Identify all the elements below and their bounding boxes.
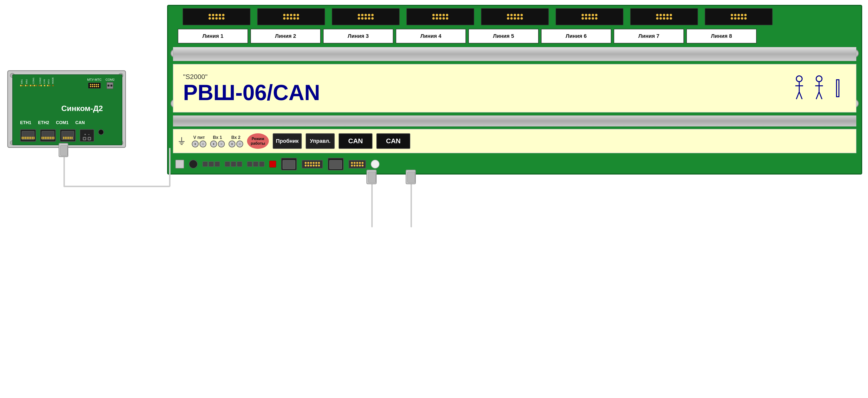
can-terminals	[83, 137, 91, 140]
sinkom-title: Синком-Д2	[61, 104, 103, 113]
top-conn-2[interactable]	[257, 8, 325, 25]
led-mode	[52, 85, 54, 86]
svg-line-3	[796, 92, 799, 99]
white-circle-port	[371, 160, 379, 168]
led-label-eth1: Eth1	[21, 79, 23, 84]
line-label-1: Линия 1	[178, 29, 248, 44]
port-eth2[interactable]	[40, 129, 56, 142]
rvsh-idc-2[interactable]	[348, 160, 366, 168]
vpit-block: V пит + −	[192, 135, 206, 147]
triple-port-2	[225, 162, 242, 167]
led-label-com1: COM1	[32, 78, 35, 84]
vpit-plus[interactable]: +	[192, 141, 198, 147]
top-conn-1[interactable]	[183, 8, 250, 25]
sinkom-device: Eth1 Eth2 COM1	[7, 70, 126, 148]
sinkom-port-labels: ETH1 ETH2 COM1 CAN	[20, 120, 85, 125]
port-label-can: CAN	[75, 120, 85, 125]
line-label-7: Линия 7	[614, 29, 684, 44]
cable-plug-sinkom	[59, 143, 68, 157]
cable-plug-rvsh-right	[406, 170, 416, 184]
svg-line-8	[816, 92, 819, 99]
top-conn-6[interactable]	[556, 8, 623, 25]
line-label-5: Линия 5	[468, 29, 538, 44]
port-can[interactable]: +−	[80, 129, 94, 142]
led-eth1-tx	[20, 85, 22, 86]
led-mtu-rx	[49, 85, 51, 86]
port-label-eth1: ETH1	[20, 120, 31, 125]
rvsh-top-connectors	[183, 8, 773, 25]
cable-sinkom-right-vertical	[169, 148, 170, 187]
svg-point-0	[796, 76, 802, 82]
led-label-eth2: Eth2	[26, 79, 28, 84]
rvsh-device: Линия 1 Линия 2 Линия 3 Линия 4 Линия 5 …	[167, 5, 862, 174]
led-com1-c	[34, 85, 35, 86]
svg-point-5	[816, 76, 822, 82]
probnik-button[interactable]: Пробник	[273, 133, 302, 149]
led-label-can: CAN	[43, 79, 45, 84]
bx2-minus[interactable]: −	[237, 141, 243, 147]
rvsh-port-row	[173, 155, 857, 173]
top-conn-5[interactable]	[481, 8, 549, 25]
terminal-com2	[106, 82, 113, 89]
mode-button[interactable]: Режим работы	[247, 133, 269, 149]
led-com2-a	[38, 85, 40, 86]
can1-button[interactable]: CAN	[339, 133, 372, 149]
rvsh-bottom-controls: V пит + − Вх 1 + − Вх 2 + − Режим работы	[173, 129, 857, 153]
led-group-eth1: Eth1	[20, 79, 24, 86]
person-icon-1	[795, 75, 811, 102]
top-conn-3[interactable]	[332, 8, 400, 25]
rvsh-model-series: "S2000"	[183, 73, 856, 81]
sinkom-leds: Eth1 Eth2 COM1	[20, 77, 54, 86]
red-indicator	[269, 161, 276, 168]
rvsh-lower-strip	[173, 115, 857, 126]
rvsh-label-area: "S2000" РВШ-06/CAN	[173, 64, 857, 112]
top-conn-8[interactable]	[705, 8, 773, 25]
bx1-minus[interactable]: −	[218, 141, 225, 147]
svg-rect-10	[837, 80, 839, 97]
rvsh-rj45-2[interactable]	[328, 158, 344, 170]
led-group-com1: COM1	[30, 78, 37, 86]
led-com2-b	[40, 85, 42, 86]
triple-port-3	[247, 162, 265, 167]
led-group-mode: MODE	[52, 77, 54, 86]
led-group-com2: COM2	[38, 78, 42, 86]
rvsh-rj45-1[interactable]	[281, 158, 297, 170]
led-com1-b	[32, 85, 33, 86]
sinkom-ports: +−	[20, 129, 104, 142]
bx2-block: Вх 2 + −	[228, 135, 243, 147]
can2-button[interactable]: CAN	[376, 133, 410, 149]
upravl-button[interactable]: Управл.	[306, 133, 335, 149]
port-com1[interactable]	[60, 129, 76, 142]
sinkom-pcb: Eth1 Eth2 COM1	[12, 75, 122, 145]
bx1-plus[interactable]: +	[210, 141, 217, 147]
port-eth1[interactable]	[20, 129, 36, 142]
cable-sinkom-horizontal	[63, 186, 170, 187]
vpit-minus[interactable]: −	[199, 141, 206, 147]
com2-label: COM2	[105, 78, 115, 81]
bx1-terminals: + −	[210, 141, 225, 147]
led-group-mtu: MTU	[47, 79, 51, 87]
circle-port-1[interactable]	[189, 160, 197, 168]
led-label-mtu: MTU	[48, 79, 50, 84]
led-com1-a	[30, 85, 31, 86]
person-icons	[795, 75, 841, 102]
led-com1-d	[36, 85, 37, 86]
idc-connector	[88, 83, 101, 88]
line-label-8: Линия 8	[686, 29, 756, 44]
led-mtu-tx	[47, 85, 49, 86]
rvsh-line-labels: Линия 1 Линия 2 Линия 3 Линия 4 Линия 5 …	[178, 29, 756, 44]
svg-line-9	[819, 92, 822, 99]
triple-port-1	[203, 162, 220, 167]
sinkom-button[interactable]	[98, 129, 104, 135]
cable-plug-rvsh-left	[366, 170, 377, 184]
can-plus-minus: +−	[84, 133, 90, 136]
bx1-label: Вх 1	[213, 135, 222, 140]
ground-plate	[175, 160, 184, 168]
bx2-plus[interactable]: +	[228, 141, 236, 147]
top-conn-4[interactable]	[406, 8, 474, 25]
port-label-com1: COM1	[56, 120, 68, 125]
line-label-6: Линия 6	[541, 29, 611, 44]
top-conn-7[interactable]	[630, 8, 698, 25]
led-eth2-tx	[25, 85, 26, 86]
rvsh-idc-1[interactable]	[302, 160, 323, 168]
